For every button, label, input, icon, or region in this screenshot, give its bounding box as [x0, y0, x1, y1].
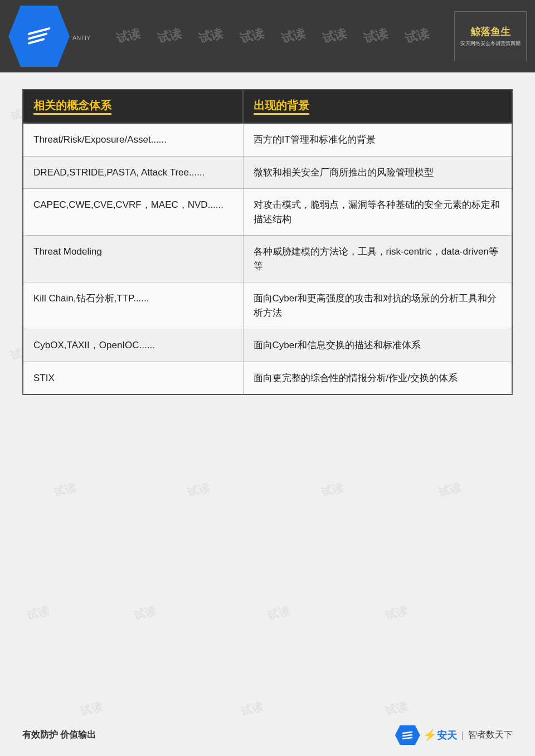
watermark-5: 试读 — [279, 25, 307, 47]
watermark-7: 试读 — [362, 25, 390, 47]
svg-line-2 — [403, 738, 412, 739]
cell-left-1: DREAD,STRIDE,PASTA, Attack Tree...... — [23, 156, 243, 189]
watermark-4: 试读 — [238, 25, 266, 47]
cell-right-1: 微软和相关安全厂商所推出的风险管理模型 — [243, 156, 512, 189]
main-content: 相关的概念体系 出现的背景 Threat/Risk/Exposure/Asset… — [22, 89, 513, 700]
cell-right-6: 面向更完整的综合性的情报分析/作业/交换的体系 — [243, 362, 512, 394]
cell-right-5: 面向Cyber和信息交换的描述和标准体系 — [243, 329, 512, 362]
footer-logo: ⚡安天 | 智者数天下 — [395, 725, 513, 745]
table-row: DREAD,STRIDE,PASTA, Attack Tree......微软和… — [23, 156, 512, 189]
cell-left-6: STIX — [23, 362, 243, 394]
header-watermarks: 试读 试读 试读 试读 试读 试读 试读 试读 — [90, 28, 454, 45]
cell-left-0: Threat/Risk/Exposure/Asset...... — [23, 123, 243, 156]
cell-left-5: CybOX,TAXII，OpenIOC...... — [23, 329, 243, 362]
table-row: Kill Chain,钻石分析,TTP......面向Cyber和更高强度的攻击… — [23, 282, 512, 329]
header: ANTIY 试读 试读 试读 试读 试读 试读 试读 试读 鲸落鱼生 安天网络安… — [0, 0, 535, 72]
table-row: STIX面向更完整的综合性的情报分析/作业/交换的体系 — [23, 362, 512, 394]
watermark-6: 试读 — [320, 25, 348, 47]
cell-left-2: CAPEC,CWE,CVE,CVRF，MAEC，NVD...... — [23, 189, 243, 236]
table-row: Threat/Risk/Exposure/Asset......西方的IT管理和… — [23, 123, 512, 156]
col1-header: 相关的概念体系 — [23, 90, 243, 123]
table-row: CAPEC,CWE,CVE,CVRF，MAEC，NVD......对攻击模式，脆… — [23, 189, 512, 236]
cell-right-2: 对攻击模式，脆弱点，漏洞等各种基础的安全元素的标定和描述结构 — [243, 189, 512, 236]
right-logo-text: 鲸落鱼生 — [470, 25, 510, 38]
footer-logo-icon — [395, 725, 420, 745]
table-row: Threat Modeling各种威胁建模的方法论，工具，risk-centri… — [23, 236, 512, 282]
cell-right-0: 西方的IT管理和标准化的背景 — [243, 123, 512, 156]
watermark-2: 试读 — [155, 25, 183, 47]
watermark-8: 试读 — [403, 25, 431, 47]
svg-line-0 — [403, 732, 412, 733]
antiy-logo — [8, 6, 70, 67]
cell-right-3: 各种威胁建模的方法论，工具，risk-centric，data-driven等等 — [243, 236, 512, 282]
footer-slogan: 智者数天下 — [468, 729, 513, 741]
concept-table: 相关的概念体系 出现的背景 Threat/Risk/Exposure/Asset… — [22, 89, 513, 395]
cell-left-4: Kill Chain,钻石分析,TTP...... — [23, 282, 243, 329]
footer-brand-text: ⚡安天 — [423, 728, 457, 742]
watermark-3: 试读 — [197, 25, 225, 47]
col2-header: 出现的背景 — [243, 90, 512, 123]
cell-left-3: Threat Modeling — [23, 236, 243, 282]
antiy-label: ANTIY — [72, 35, 90, 41]
table-row: CybOX,TAXII，OpenIOC......面向Cyber和信息交换的描述… — [23, 329, 512, 362]
footer: 有效防护 价值输出 ⚡安天 | 智者数天下 — [22, 725, 513, 745]
cell-right-4: 面向Cyber和更高强度的攻击和对抗的场景的分析工具和分析方法 — [243, 282, 512, 329]
footer-tagline: 有效防护 价值输出 — [22, 729, 96, 741]
svg-line-1 — [403, 735, 412, 736]
header-right-logo: 鲸落鱼生 安天网络安全冬训营第四期 — [454, 11, 527, 61]
right-logo-sub: 安天网络安全冬训营第四期 — [460, 40, 521, 47]
watermark-1: 试读 — [114, 25, 142, 47]
